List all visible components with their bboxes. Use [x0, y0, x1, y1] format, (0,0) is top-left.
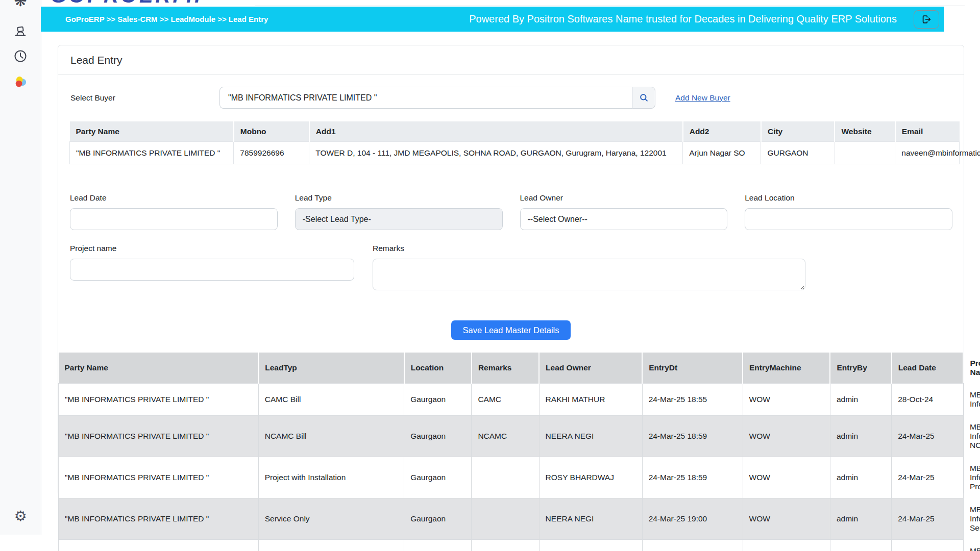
column-header: EntryDt	[642, 353, 743, 384]
table-cell: admin	[830, 457, 891, 498]
breadcrumb: GoProERP >> Sales-CRM >> LeadModule >> L…	[65, 15, 268, 23]
column-header: Party Name	[59, 353, 259, 384]
table-cell: admin	[830, 384, 891, 416]
column-header: Email	[895, 122, 960, 142]
leads-table-wrap: Party NameLeadTypLocationRemarksLead Own…	[58, 353, 964, 551]
column-header: Add2	[683, 122, 761, 142]
table-cell: NEERA NEGI	[539, 416, 642, 457]
column-header: Remarks	[472, 353, 539, 384]
table-cell: WOW	[743, 498, 830, 540]
table-cell: CAMC	[472, 384, 539, 416]
table-cell: Gaurgaon	[404, 416, 472, 457]
column-header: Website	[835, 122, 895, 142]
table-cell	[835, 142, 895, 164]
table-cell	[472, 498, 539, 540]
table-cell: 7859926696	[234, 142, 309, 164]
table-cell: RAKHI MATHUR	[539, 384, 642, 416]
settings-gear-icon[interactable]: ⚙	[0, 509, 41, 523]
column-header: Add1	[309, 122, 683, 142]
powered-by-text: Powered By Positron Softwares Name trust…	[469, 13, 897, 25]
lead-owner-field: Lead Owner --Select Owner--	[520, 193, 728, 230]
card-header: Lead Entry	[58, 45, 964, 75]
table-cell: 24-Mar-25	[892, 540, 964, 551]
buyer-search-group	[219, 87, 655, 109]
table-cell: ROSY BHARDWAJ	[539, 457, 642, 498]
table-cell: Service Only	[258, 498, 404, 540]
table-cell: WOW	[743, 416, 830, 457]
save-lead-button[interactable]: Save Lead Master Details	[451, 320, 571, 340]
column-header: Lead Date	[892, 353, 964, 384]
table-cell: admin	[830, 416, 891, 457]
table-cell: NEERA NEGI	[539, 498, 642, 540]
lead-type-field: Lead Type -Select Lead Type-	[295, 193, 503, 230]
lead-date-input[interactable]	[70, 208, 278, 230]
table-cell: NCAMC Bill	[258, 416, 404, 457]
lead-location-input[interactable]	[745, 208, 952, 230]
app-logo-text: GOPROERP..	[51, 0, 203, 7]
project-name-label: Project name	[70, 244, 354, 253]
table-cell: "MB INFORMATICS PRIVATE LIMITED "	[59, 416, 259, 457]
table-header-row: Party NameLeadTypLocationRemarksLead Own…	[59, 353, 964, 384]
table-cell: admin	[830, 498, 891, 540]
breadcrumb-bar: GoProERP >> Sales-CRM >> LeadModule >> L…	[41, 7, 944, 32]
table-cell: WOW	[743, 384, 830, 416]
column-header: Location	[404, 353, 472, 384]
table-cell: Gaurgaon	[404, 540, 472, 551]
table-cell: 24-Mar-25	[892, 416, 964, 457]
table-row: "MB INFORMATICS PRIVATE LIMITED "Supply …	[59, 540, 964, 551]
lead-type-select[interactable]: -Select Lead Type-	[295, 208, 503, 230]
buyer-table-wrap: Party NameMobnoAdd1Add2CityWebsiteEmail"…	[69, 121, 960, 164]
table-row: "MB INFORMATICS PRIVATE LIMITED "Project…	[59, 457, 964, 498]
remarks-label: Remarks	[373, 244, 805, 253]
table-cell: Gaurgaon	[404, 384, 472, 416]
lead-owner-select[interactable]: --Select Owner--	[520, 208, 728, 230]
remarks-textarea[interactable]	[373, 259, 805, 290]
lead-location-field: Lead Location	[745, 193, 952, 230]
table-cell: NCAMC	[472, 416, 539, 457]
save-row: Save Lead Master Details	[58, 320, 964, 340]
table-cell: Project with Installation	[258, 457, 404, 498]
table-cell: 24-Mar-25 18:55	[642, 384, 743, 416]
logout-icon	[921, 14, 932, 25]
table-cell: Gaurgaon	[404, 457, 472, 498]
add-new-buyer-link[interactable]: Add New Buyer	[675, 93, 730, 103]
table-row: "MB INFORMATICS PRIVATE LIMITED "NCAMC B…	[59, 416, 964, 457]
table-cell: Arjun Nagar SO	[683, 142, 761, 164]
table-row: "MB INFORMATICS PRIVATE LIMITED "7859926…	[70, 142, 960, 164]
buyer-search-button[interactable]	[632, 87, 655, 109]
column-header: EntryBy	[830, 353, 891, 384]
table-cell: naveen@mbinformatics.com	[895, 142, 960, 164]
theme-colors-icon[interactable]	[0, 74, 41, 89]
devices-icon[interactable]	[0, 24, 41, 39]
column-header: EntryMachine	[743, 353, 830, 384]
table-cell: "MB INFORMATICS PRIVATE LIMITED "	[59, 540, 259, 551]
table-cell: "MB INFORMATICS PRIVATE LIMITED "	[59, 384, 259, 416]
project-name-field: Project name	[70, 244, 354, 281]
select-buyer-row: Select Buyer Add New Buyer	[70, 87, 951, 109]
column-header: LeadTyp	[258, 353, 404, 384]
lead-form-row-1: Lead Date Lead Type -Select Lead Type- L…	[70, 193, 952, 230]
page-title: Lead Entry	[70, 54, 122, 66]
remarks-field: Remarks	[373, 244, 805, 292]
table-cell: WOW	[743, 457, 830, 498]
ai-assistant-icon[interactable]: ❋	[0, 0, 41, 9]
table-cell: 24-Mar-25 19:00	[642, 498, 743, 540]
table-cell: 24-Mar-25 18:59	[642, 457, 743, 498]
table-cell: "MB INFORMATICS PRIVATE LIMITED "	[59, 457, 259, 498]
table-cell: WOW	[743, 540, 830, 551]
header-divider	[255, 6, 965, 6]
table-row: "MB INFORMATICS PRIVATE LIMITED "CAMC Bi…	[59, 384, 964, 416]
lead-type-label: Lead Type	[295, 193, 503, 203]
history-clock-icon[interactable]	[0, 49, 41, 63]
table-cell: GURGAON	[761, 142, 835, 164]
table-cell: 24-Mar-25	[892, 457, 964, 498]
lead-date-label: Lead Date	[70, 193, 278, 203]
buyer-search-input[interactable]	[219, 87, 632, 109]
logout-button[interactable]	[914, 10, 939, 29]
lead-location-label: Lead Location	[745, 193, 952, 203]
column-header: City	[761, 122, 835, 142]
table-cell: Supply Installation Seperate	[258, 540, 404, 551]
column-header: Party Name	[70, 122, 234, 142]
project-name-input[interactable]	[70, 259, 354, 281]
table-cell: 24-Mar-25 19:00	[642, 540, 743, 551]
